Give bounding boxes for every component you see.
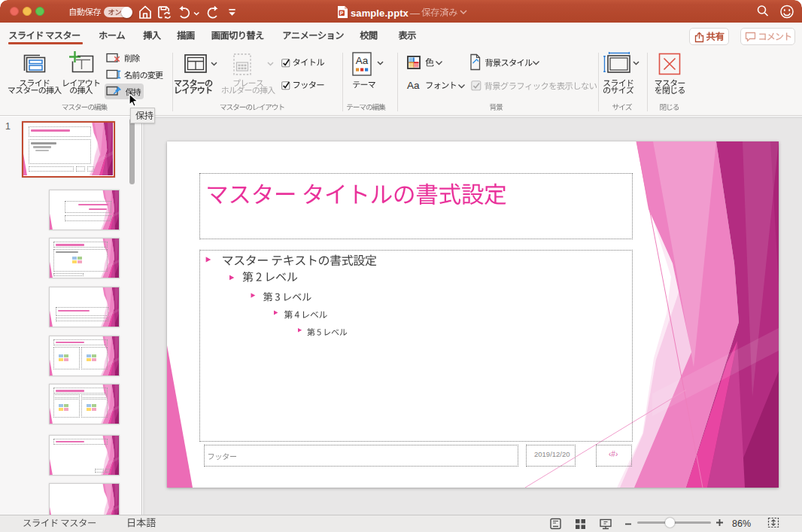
svg-text:P: P [340,11,344,16]
svg-text:Aa: Aa [356,55,369,66]
